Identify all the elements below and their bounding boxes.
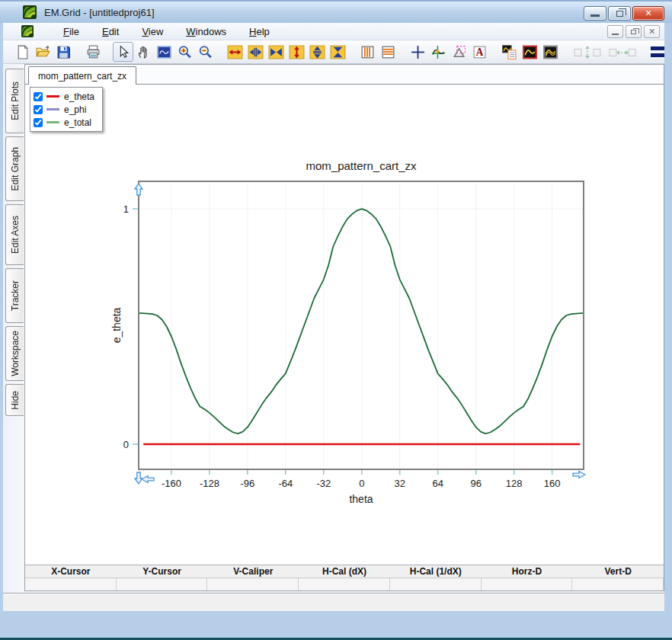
y-tick-label: 0 xyxy=(123,439,129,450)
legend-checkbox-e_phi[interactable] xyxy=(34,105,43,114)
legend-toggle-button[interactable] xyxy=(499,42,520,62)
sidebar-tab-tracker[interactable]: Tracker xyxy=(5,268,24,323)
readout-value-cell xyxy=(299,578,390,590)
close-button[interactable]: ✕ xyxy=(632,6,664,21)
pan-hand-button[interactable] xyxy=(133,42,154,62)
legend-swatch-e_total xyxy=(46,121,59,123)
text-annotation-button[interactable]: A xyxy=(469,42,490,62)
layout-icon xyxy=(651,46,664,57)
readout-value-cell xyxy=(25,578,117,590)
zoom-in-button[interactable] xyxy=(174,42,195,62)
legend-label: e_phi xyxy=(64,104,86,115)
cursor-readout-table: X-CursorY-CursorV-CaliperH-Cal (dX)H-Cal… xyxy=(25,565,664,590)
align-horizontal-button xyxy=(605,42,640,62)
expand-width-button[interactable] xyxy=(245,42,266,62)
pan-hand-icon xyxy=(136,44,152,60)
tab-mom-pattern-cart-zx[interactable]: mom_pattern_cart_zx xyxy=(28,66,136,85)
readout-value-cell xyxy=(117,578,208,590)
save-button[interactable] xyxy=(53,42,74,62)
full-scale-y-button[interactable] xyxy=(286,42,307,62)
menubar: FileEditViewWindowsHelp ✕ xyxy=(3,23,664,40)
expand-height-icon xyxy=(309,44,325,60)
y-tick-label: 1 xyxy=(123,203,129,215)
sidebar-tab-hide[interactable]: Hide xyxy=(5,384,24,416)
minimize-button[interactable] xyxy=(584,6,606,21)
single-curve-window-button[interactable] xyxy=(520,42,540,62)
menu-view[interactable]: View xyxy=(130,24,174,39)
align-vertical-button xyxy=(570,42,605,62)
vertical-gridlines-button[interactable] xyxy=(357,42,378,62)
chart-svg[interactable]: -160-128-96-64-32032649612816001mom_patt… xyxy=(107,155,602,513)
readout-value-cell xyxy=(390,578,482,590)
mdi-restore-button[interactable] xyxy=(626,25,642,38)
plot-pane: e_thetae_phie_total -160-128-96-64-32032… xyxy=(25,85,664,565)
crosshair-icon xyxy=(410,44,426,60)
x-tick-label: 160 xyxy=(544,478,561,489)
align-horizontal-icon xyxy=(607,44,638,60)
x-tick-label: 96 xyxy=(470,478,481,489)
tracker-tool-button[interactable] xyxy=(428,42,449,62)
legend-item-e_phi: e_phi xyxy=(34,103,94,116)
close-icon: ✕ xyxy=(645,8,651,18)
mdi-restore-icon xyxy=(631,30,636,34)
menu-help[interactable]: Help xyxy=(238,24,281,39)
select-cursor-button[interactable] xyxy=(113,42,133,62)
series-e_total xyxy=(139,209,584,434)
multi-curve-window-button[interactable] xyxy=(540,42,561,62)
full-scale-x-button[interactable] xyxy=(225,42,245,62)
vertical-gridlines-icon xyxy=(360,44,376,60)
sidebar-tab-edit-graph[interactable]: Edit Graph xyxy=(5,136,24,201)
full-scale-x-icon xyxy=(227,44,243,60)
titlebar[interactable]: EM.Grid - [untitledproj61] ✕ xyxy=(0,2,672,23)
readout-col-y-cursor: Y-Cursor xyxy=(117,565,208,578)
x-tick-label: -32 xyxy=(316,478,331,489)
caliper-tool-button[interactable] xyxy=(449,42,469,62)
legend-checkbox-e_total[interactable] xyxy=(34,118,43,127)
readout-col-horz-d: Horz-D xyxy=(482,565,573,578)
sidebar-tab-label: Edit Axes xyxy=(10,216,21,254)
menu-file[interactable]: File xyxy=(52,24,91,39)
menu-items: FileEditViewWindowsHelp xyxy=(52,24,281,39)
zoom-region-button[interactable] xyxy=(154,42,174,62)
horizontal-gridlines-button[interactable] xyxy=(378,42,398,62)
readout-col-h-cal-1-dx-: H-Cal (1/dX) xyxy=(390,565,482,578)
app-window: EM.Grid - [untitledproj61] ✕ FileEditVie… xyxy=(0,0,672,640)
y-axis-bottom-handle xyxy=(135,472,142,484)
menu-windows[interactable]: Windows xyxy=(174,24,238,39)
align-vertical-icon xyxy=(572,44,603,60)
mdi-minimize-button[interactable] xyxy=(607,25,623,38)
readout-col-v-caliper: V-Caliper xyxy=(207,565,299,578)
sidebar-tab-edit-plots[interactable]: Edit Plots xyxy=(5,69,24,133)
layout-button[interactable]: Layout xyxy=(651,46,664,58)
print-button[interactable] xyxy=(83,42,104,62)
sidebar-tab-label: Tracker xyxy=(10,280,21,311)
legend-checkbox-e_theta[interactable] xyxy=(34,92,43,101)
sidebar-tab-workspace[interactable]: Workspace xyxy=(5,326,24,381)
horizontal-gridlines-icon xyxy=(380,44,396,60)
x-tick-label: 64 xyxy=(432,478,443,489)
shrink-width-button[interactable] xyxy=(266,42,286,62)
menu-edit[interactable]: Edit xyxy=(91,24,130,39)
x-tick-label: -96 xyxy=(241,478,255,489)
mdi-child-icon xyxy=(21,25,34,37)
sidebar-tab-label: Hide xyxy=(10,391,21,410)
expand-height-button[interactable] xyxy=(307,42,328,62)
legend-item-e_theta: e_theta xyxy=(34,90,94,103)
maximize-button[interactable] xyxy=(608,6,631,21)
shrink-height-button[interactable] xyxy=(328,42,348,62)
sidebar-tab-edit-axes[interactable]: Edit Axes xyxy=(5,204,24,265)
restore-icon xyxy=(616,11,623,17)
mdi-close-button[interactable]: ✕ xyxy=(644,25,660,38)
sidebar: Edit PlotsEdit GraphEdit AxesTrackerWork… xyxy=(3,64,24,611)
readout-col-vert-d: Vert-D xyxy=(572,565,664,578)
legend-box[interactable]: e_thetae_phie_total xyxy=(30,87,103,132)
new-document-button[interactable] xyxy=(12,42,33,62)
zoom-out-button[interactable] xyxy=(195,42,216,62)
open-file-icon xyxy=(35,44,51,60)
full-scale-y-icon xyxy=(289,44,305,60)
open-file-button[interactable] xyxy=(33,42,53,62)
legend-label: e_theta xyxy=(64,91,94,102)
zoom-region-icon xyxy=(156,44,172,60)
crosshair-button[interactable] xyxy=(408,42,428,62)
x-tick-label: 128 xyxy=(506,478,523,489)
